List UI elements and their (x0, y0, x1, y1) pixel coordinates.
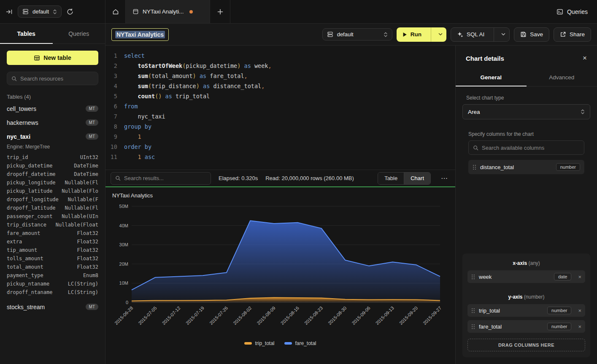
x-tick-label: 2015-06-28 (113, 305, 134, 326)
refresh-icon[interactable] (67, 8, 73, 15)
remove-field-icon[interactable]: × (578, 324, 581, 330)
share-button[interactable]: Share (554, 27, 591, 42)
sql-ai-button[interactable]: SQL AI (451, 28, 490, 41)
view-toggle-chart[interactable]: Chart (404, 173, 430, 184)
column-search-input[interactable]: Search available columns (468, 140, 584, 155)
table-name: stocks_stream (7, 304, 45, 310)
remove-field-icon[interactable]: × (578, 274, 581, 280)
run-button[interactable]: Run (397, 27, 427, 42)
x-axis-field-week[interactable]: week date × (467, 270, 585, 283)
view-toggle-table[interactable]: Table (378, 173, 404, 184)
chart-type-select[interactable]: Area (462, 104, 590, 119)
query-tab[interactable]: NYTaxi Analyti... (126, 0, 210, 23)
unsaved-dot-icon (189, 10, 193, 13)
editor-line[interactable]: 5 count() as trip_total (105, 91, 455, 101)
editor-line[interactable]: 4 sum(trip_distance) as distance_total, (105, 81, 455, 91)
more-options-icon[interactable]: ⋯ (438, 174, 450, 182)
editor-line[interactable]: 1select (105, 51, 455, 61)
table-item[interactable]: nyc_taxiMT (7, 129, 98, 143)
column-name: tolls_amount (7, 254, 43, 263)
column-item: extraFloat32 (7, 237, 98, 246)
panel-tab-advanced[interactable]: Advanced (527, 69, 597, 86)
drop-zone[interactable]: DRAG COLUMNS HERE (467, 339, 585, 351)
y-tick-label: 40M (119, 223, 128, 228)
sql-ai-options-button[interactable] (497, 28, 509, 41)
table-item[interactable]: cell_towersMT (7, 102, 98, 116)
editor-line[interactable]: 2 toStartOfWeek(pickup_datetime) as week… (105, 61, 455, 71)
sql-ai-label: SQL AI (467, 31, 484, 38)
column-type: DateTime (74, 162, 98, 170)
column-list: trip_idUInt32pickup_datetimeDateTimedrop… (7, 153, 98, 297)
y-tick-label: 10M (119, 280, 128, 286)
save-button[interactable]: Save (514, 27, 549, 42)
resource-search-input[interactable]: Search resources (7, 72, 98, 85)
legend-item-fare_total[interactable]: fare_total (284, 340, 316, 346)
editor-line[interactable]: 6from (105, 101, 455, 111)
save-icon (520, 31, 527, 38)
column-type: Nullable(Float (56, 221, 98, 229)
column-type: Nullable(Flo (62, 187, 98, 195)
available-column-distance-total[interactable]: distance_total number (468, 160, 584, 174)
table-name: cell_towers (7, 105, 36, 112)
run-database-selector[interactable]: default (322, 28, 392, 40)
table-item[interactable]: hackernewsMT (7, 116, 98, 129)
content: NYTaxi Analytics default (105, 24, 597, 364)
table-grid-icon (34, 55, 40, 61)
editor-line[interactable]: 8group by (105, 121, 455, 132)
close-icon[interactable]: × (583, 54, 587, 62)
new-table-button[interactable]: New table (7, 51, 98, 65)
queries-icon (556, 8, 563, 15)
editor-line[interactable]: 3 sum(total_amount) as fare_total, (105, 71, 455, 81)
search-icon (473, 145, 478, 151)
column-item: tolls_amountFloat32 (7, 254, 98, 263)
table-item[interactable]: stocks_streamMT (7, 300, 98, 314)
sql-editor[interactable]: 1select2 toStartOfWeek(pickup_datetime) … (105, 46, 455, 170)
x-axis-hint: (any) (529, 260, 540, 266)
column-item: dropoff_ntanameLC(String) (7, 288, 98, 297)
line-number: 1 (105, 51, 124, 61)
tables-section-title: Tables (4) (7, 94, 98, 100)
sidebar-tab-tables[interactable]: Tables (0, 24, 53, 43)
column-name: dropoff_ntaname (7, 288, 52, 297)
home-tab[interactable] (105, 0, 126, 23)
columns-label: Specify columns for the chart (468, 131, 584, 137)
drag-handle-icon (471, 274, 475, 280)
queries-button[interactable]: Queries (556, 0, 597, 23)
editor-line[interactable]: 9 1 (105, 132, 455, 142)
tables-list: cell_towersMThackernewsMTnyc_taxiMTEngin… (7, 102, 98, 314)
editor-line[interactable]: 7 nyc_taxi (105, 111, 455, 121)
remove-field-icon[interactable]: × (578, 307, 581, 314)
column-name: trip_id (7, 153, 28, 162)
column-name: distance_total (480, 164, 514, 170)
column-type: Enum8 (83, 271, 98, 280)
editor-line[interactable]: 11 1 asc (105, 152, 455, 162)
body-row: Tables Queries New table Search resource… (0, 24, 597, 364)
query-title-input[interactable]: NYTaxi Analytics (111, 28, 169, 41)
new-tab-button[interactable] (210, 0, 230, 23)
collapse-sidebar-icon[interactable] (6, 8, 13, 15)
table-engine-badge: MT (86, 119, 98, 126)
code-text: from (124, 101, 138, 111)
y-axis-field-fare-total[interactable]: fare_total number × (467, 320, 585, 333)
legend-item-trip_total[interactable]: trip_total (244, 340, 274, 346)
home-icon (112, 8, 119, 15)
search-icon (115, 175, 121, 181)
chart-title: NYTaxi Analytics (112, 192, 450, 199)
divider (431, 27, 431, 42)
y-axis-field-trip-total[interactable]: trip_total number × (467, 304, 585, 317)
app-root: default NYTaxi Analyti... (0, 0, 597, 364)
editor-line[interactable]: 10order by (105, 142, 455, 152)
panel-tab-general[interactable]: General (456, 69, 527, 86)
chart-type-value: Area (468, 109, 480, 115)
axis-config: x-axis (any) week date × (462, 253, 590, 357)
chevron-down-icon (501, 33, 505, 36)
results-search-input[interactable]: Search results... (111, 172, 211, 185)
sidebar-tab-queries[interactable]: Queries (53, 24, 105, 43)
column-item: dropoff_latitudeNullable(Fl (7, 204, 98, 212)
plus-icon (217, 9, 223, 15)
drag-handle-icon (471, 324, 475, 329)
workspace: 1select2 toStartOfWeek(pickup_datetime) … (105, 46, 597, 364)
database-selector[interactable]: default (18, 5, 62, 18)
line-number: 5 (105, 91, 124, 101)
run-options-button[interactable] (435, 27, 446, 42)
